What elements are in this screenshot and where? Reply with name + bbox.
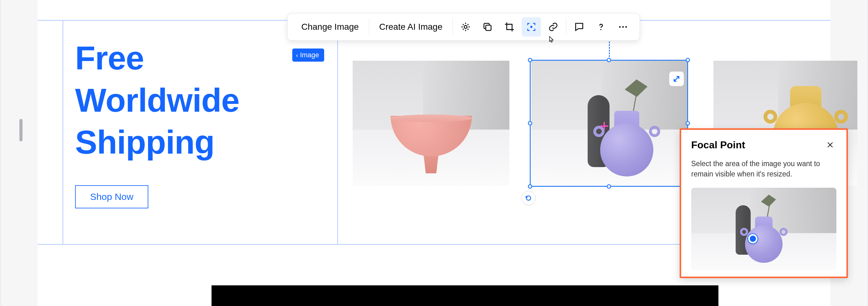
gallery-image-1[interactable] [353, 61, 509, 186]
more-button[interactable] [613, 17, 633, 37]
crop-button[interactable] [500, 17, 519, 37]
undo-rotate-icon [525, 194, 532, 202]
promo-line-3: Shipping [75, 124, 214, 160]
svg-point-3 [600, 29, 601, 30]
svg-rect-1 [486, 25, 491, 30]
more-icon [618, 22, 628, 32]
svg-point-6 [625, 26, 627, 28]
comment-button[interactable] [569, 17, 589, 37]
change-image-button[interactable]: Change Image [293, 18, 367, 36]
duplicate-button[interactable] [478, 17, 497, 37]
svg-point-0 [464, 25, 467, 28]
focal-point-dot[interactable] [748, 234, 757, 243]
create-ai-image-button[interactable]: Create AI Image [371, 18, 451, 36]
canvas-area[interactable]: Free Worldwide Shipping Shop Now ‹ Image [37, 0, 831, 306]
breadcrumb-label: Image [300, 51, 319, 59]
popover-close-button[interactable] [824, 139, 836, 151]
focal-point-popover: Focal Point Select the area of the image… [680, 128, 848, 278]
crop-icon [504, 22, 515, 32]
duplicate-icon [482, 22, 493, 32]
settings-button[interactable] [456, 17, 475, 37]
svg-point-2 [530, 26, 533, 28]
shop-now-button[interactable]: Shop Now [75, 185, 148, 208]
promo-section: Free Worldwide Shipping Shop Now [75, 37, 307, 208]
bottom-bar [212, 285, 718, 306]
focal-point-icon [526, 22, 537, 32]
link-icon [548, 22, 559, 32]
help-button[interactable] [591, 17, 611, 37]
image-toolbar: Change Image Create AI Image [287, 13, 640, 41]
comment-icon [574, 22, 585, 32]
chevron-left-icon: ‹ [296, 52, 298, 59]
expand-image-button[interactable] [669, 71, 684, 86]
guide-line-vertical-1 [63, 20, 63, 244]
reset-rotation-button[interactable] [521, 191, 536, 205]
guide-line-vertical-2 [337, 20, 338, 244]
svg-point-5 [622, 26, 624, 28]
focal-point-preview[interactable] [691, 188, 836, 270]
focal-point-button[interactable] [522, 17, 541, 37]
popover-description: Select the area of the image you want to… [691, 159, 836, 180]
element-breadcrumb[interactable]: ‹ Image [292, 49, 324, 62]
promo-line-2: Worldwide [75, 82, 239, 119]
gallery-image-2-selected[interactable] [531, 61, 688, 186]
close-icon [826, 141, 834, 149]
help-icon [596, 22, 607, 32]
link-button[interactable] [544, 17, 563, 37]
popover-title: Focal Point [691, 139, 745, 151]
gear-icon [460, 22, 471, 32]
promo-line-1: Free [75, 39, 144, 76]
svg-point-4 [619, 26, 621, 28]
carousel-prev-handle[interactable] [20, 119, 23, 142]
expand-icon [673, 75, 681, 83]
promo-headline: Free Worldwide Shipping [75, 37, 307, 163]
